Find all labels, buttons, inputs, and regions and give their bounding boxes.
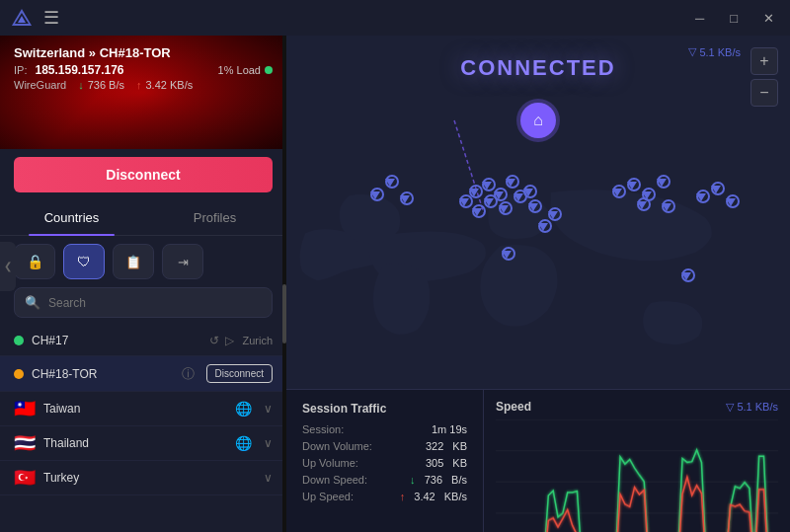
filter-shield-button[interactable]: 🛡 <box>63 244 105 279</box>
info-icon[interactable]: ⓘ <box>182 365 195 383</box>
map-pin[interactable] <box>499 205 509 213</box>
conn-content: Switzerland » CH#18-TOR IP: 185.159.157.… <box>0 36 286 101</box>
map-pin[interactable] <box>523 189 533 196</box>
chevron-left-icon: ❮ <box>4 261 12 271</box>
close-button[interactable]: ✕ <box>757 9 780 28</box>
down-speed-arrow: ↓ <box>410 474 416 486</box>
chevron-down-icon[interactable]: ∨ <box>264 471 273 485</box>
zoom-in-button[interactable]: + <box>750 47 778 75</box>
stats-panel: Session Traffic Session: 1m 19s Down Vol… <box>286 389 790 532</box>
collapse-panel-button[interactable]: ❮ <box>0 242 16 291</box>
globe-icon[interactable]: 🌐 <box>235 401 252 417</box>
filter-exit-button[interactable]: ⇥ <box>162 244 203 279</box>
load-dot-icon <box>265 66 273 74</box>
map-pin[interactable] <box>711 186 721 193</box>
conn-upload-speed: ↑ 3.42 KB/s <box>136 79 193 91</box>
chevron-down-icon[interactable]: ∨ <box>264 436 273 450</box>
up-volume-label: Up Volume: <box>302 457 358 469</box>
disconnect-button[interactable]: Disconnect <box>14 157 273 192</box>
search-icon: 🔍 <box>25 295 40 310</box>
window-controls: ─ □ ✕ <box>689 9 780 28</box>
chevron-down-icon[interactable]: ∨ <box>264 402 273 416</box>
country-name: Turkey <box>43 471 256 485</box>
session-traffic-title: Session Traffic <box>302 402 467 416</box>
tab-countries[interactable]: Countries <box>0 200 143 235</box>
filter-lock-button[interactable]: 🔒 <box>14 244 55 279</box>
server-list: CH#17 ↺ ▷ Zurich CH#18-TOR ⓘ Disconnect … <box>0 326 286 532</box>
map-pin[interactable] <box>612 189 622 196</box>
up-speed-row: Up Speed: ↑ 3.42 KB/s <box>302 491 467 502</box>
list-icon: 📋 <box>125 255 141 269</box>
conn-ip-row: IP: 185.159.157.176 1% Load <box>14 63 273 77</box>
map-pin[interactable] <box>400 195 410 203</box>
conn-download-speed: ↓ 736 B/s <box>78 79 124 91</box>
up-arrow-icon: ↑ <box>136 79 142 91</box>
map-pin[interactable] <box>459 198 469 206</box>
country-name: Thailand <box>43 436 227 450</box>
connection-header: Switzerland » CH#18-TOR IP: 185.159.157.… <box>0 36 286 149</box>
globe-icon[interactable]: 🌐 <box>235 435 252 451</box>
map-pin[interactable] <box>657 179 667 187</box>
app-logo <box>10 6 34 30</box>
flag-taiwan: 🇹🇼 <box>14 400 36 418</box>
map-pin[interactable] <box>548 211 558 219</box>
session-traffic-panel: Session Traffic Session: 1m 19s Down Vol… <box>286 390 484 532</box>
map-pin[interactable] <box>514 193 523 201</box>
upload-speed-value: 3.42 KB/s <box>146 79 194 91</box>
speed-chart-panel: Speed ▽ 5.1 KB/s 60 Seconds 0 <box>484 390 790 532</box>
filter-row: 🔒 🛡 📋 ⇥ <box>0 244 286 287</box>
down-arrow-icon: ↓ <box>78 79 84 91</box>
map-pin[interactable] <box>370 191 380 199</box>
up-volume-value: 305 KB <box>426 457 467 469</box>
server-name: CH#18-TOR <box>32 367 174 381</box>
down-volume-label: Down Volume: <box>302 440 372 452</box>
map-pin[interactable] <box>637 201 647 209</box>
server-actions: ↺ ▷ <box>209 334 234 347</box>
conn-server-name: Switzerland » CH#18-TOR <box>14 45 273 60</box>
status-dot-green <box>14 336 24 345</box>
session-label: Session: <box>302 423 344 435</box>
list-item[interactable]: 🇹🇼 Taiwan 🌐 ∨ <box>0 392 286 426</box>
maximize-button[interactable]: □ <box>724 9 744 28</box>
refresh-icon[interactable]: ↺ <box>209 334 219 347</box>
list-item[interactable]: CH#18-TOR ⓘ Disconnect <box>0 356 286 392</box>
map-pin[interactable] <box>662 203 672 211</box>
inline-disconnect-button[interactable]: Disconnect <box>206 364 273 383</box>
zoom-out-button[interactable]: − <box>750 79 778 107</box>
list-item[interactable]: CH#17 ↺ ▷ Zurich <box>0 326 286 356</box>
map-pin[interactable] <box>472 208 482 216</box>
list-item[interactable]: 🇹🇷 Turkey ∨ <box>0 461 286 495</box>
map-pin[interactable] <box>484 198 494 206</box>
titlebar: ☰ ─ □ ✕ <box>0 0 790 36</box>
left-panel: Switzerland » CH#18-TOR IP: 185.159.157.… <box>0 36 286 532</box>
status-dot-yellow <box>14 369 24 379</box>
map-pin[interactable] <box>538 223 548 231</box>
map-pin[interactable] <box>506 179 515 187</box>
map-pin[interactable] <box>627 182 637 190</box>
conn-protocol-row: WireGuard ↓ 736 B/s ↑ 3.42 KB/s <box>14 79 273 91</box>
down-speed-value: ↓ 736 B/s <box>410 474 467 486</box>
ip-label: IP: <box>14 64 27 76</box>
conn-protocol: WireGuard <box>14 79 66 91</box>
connect-icon[interactable]: ▷ <box>225 334 234 347</box>
filter-list-button[interactable]: 📋 <box>113 244 154 279</box>
map-pin[interactable] <box>681 272 691 280</box>
tab-profiles[interactable]: Profiles <box>143 200 286 235</box>
speed-chart-display: 5.1 KB/s <box>737 401 778 413</box>
up-volume-row: Up Volume: 305 KB <box>302 457 467 469</box>
server-location: Zurich <box>242 335 273 346</box>
menu-icon[interactable]: ☰ <box>43 7 59 29</box>
map-pin[interactable] <box>385 179 395 187</box>
map-pin[interactable] <box>696 193 706 201</box>
list-item[interactable]: 🇹🇭 Thailand 🌐 ∨ <box>0 426 286 461</box>
map-zoom-controls: + − <box>750 47 778 107</box>
map-pin[interactable] <box>528 203 538 211</box>
down-speed-row: Down Speed: ↓ 736 B/s <box>302 474 467 486</box>
map-pin[interactable] <box>482 182 492 190</box>
search-input[interactable] <box>48 296 262 310</box>
minimize-button[interactable]: ─ <box>689 9 710 28</box>
up-speed-value: ↑ 3.42 KB/s <box>400 491 467 502</box>
map-pin[interactable] <box>726 198 736 206</box>
map-pin[interactable] <box>502 251 512 259</box>
speed-chart-title: Speed <box>496 400 531 414</box>
